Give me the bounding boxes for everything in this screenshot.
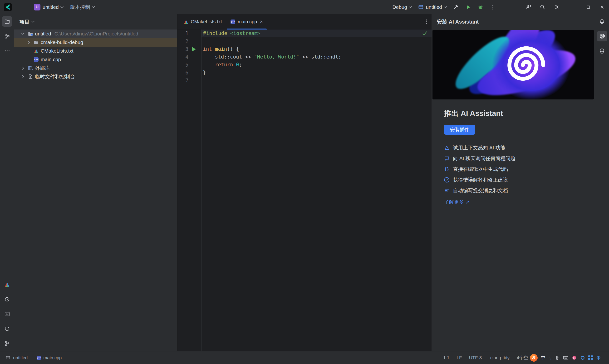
learn-more-link[interactable]: 了解更多↗ [444,199,470,205]
caret-position[interactable]: 1:1 [443,355,449,360]
ime-smart-ring-icon[interactable] [580,355,585,360]
database-tool-icon[interactable] [597,46,607,56]
feature-item: 试用上下文感知 AI 功能 [444,142,595,153]
ai-feature-list: 试用上下文感知 AI 功能 向 AI 聊天询问任何编程问题 {} 直接在编辑器中… [444,142,595,196]
feature-label: 试用上下文感知 AI 功能 [453,144,505,151]
ime-keyboard-icon[interactable] [563,355,569,361]
editor-area: CMakeLists.txt C++ main.cpp × 1 2 3 4 5 … [178,14,431,351]
feature-item: {} 直接在编辑器中生成代码 [444,164,595,174]
code-line[interactable]: } [202,69,431,77]
run-icon[interactable] [463,2,473,12]
inspection-profile[interactable]: .clang-tidy [489,355,510,360]
tree-row-project-root[interactable]: untitled C:\Users\dingw\CLionProjects\un… [14,29,177,38]
debug-bug-icon[interactable] [475,2,486,12]
debug-selector[interactable]: Debug [390,2,414,12]
project-panel: 项目 untitled C:\Users\dingw\CLionProjects… [14,14,178,351]
services-tool-icon[interactable] [2,294,12,305]
chevron-down-icon [31,20,35,23]
code-line[interactable]: return 0; [202,61,431,69]
cpp-file-icon: C++ [37,356,41,360]
ime-grid-icon[interactable] [588,355,593,360]
ime-settings-icon[interactable] [596,355,601,360]
tree-row-label: 外部库 [35,65,50,71]
file-encoding[interactable]: UTF-8 [469,355,482,360]
tree-row-cmakelists[interactable]: CMakeLists.txt [14,47,177,55]
build-icon[interactable] [451,2,461,12]
folder-icon [34,40,39,45]
chevron-down-icon [60,5,64,8]
run-configuration-label: untitled [426,4,442,10]
install-plugin-button[interactable]: 安装插件 [444,125,475,135]
collapsed-chevron-icon[interactable] [21,67,24,70]
sogou-logo-icon[interactable]: S [530,354,538,362]
main-menu-icon[interactable] [15,2,29,12]
more-tool-windows-icon[interactable] [2,46,12,56]
line-number: 5 [178,62,188,68]
sogou-ime-toolbar: S 中 ·, [528,351,609,364]
tree-row-label: untitled [35,31,51,37]
project-tree: untitled C:\Users\dingw\CLionProjects\un… [14,29,177,351]
library-icon [28,65,33,71]
more-actions-icon[interactable] [488,2,498,12]
code-with-me-icon[interactable] [523,2,533,12]
code-line[interactable] [202,77,431,84]
run-main-gutter-icon[interactable] [192,47,196,52]
code-editor[interactable]: 1 2 3 4 5 6 7 #include <iostream> int ma… [178,29,431,351]
maximize-button[interactable] [581,0,595,14]
ime-emoji-icon[interactable] [572,355,577,360]
cmake-tool-icon[interactable] [2,279,12,290]
version-control-tool-icon[interactable] [2,338,12,349]
collapsed-chevron-icon[interactable] [27,41,30,44]
tab-main-cpp[interactable]: C++ main.cpp × [226,14,267,29]
line-number: 1 [178,31,188,36]
status-project-name[interactable]: untitled [13,355,28,360]
tree-row-label: main.cpp [41,57,61,62]
tab-cmakelists[interactable]: CMakeLists.txt [179,14,226,29]
ai-assistant-tool-icon[interactable] [597,31,607,41]
structure-tool-icon[interactable] [2,31,12,41]
line-separator[interactable]: LF [456,355,462,360]
run-configuration-selector[interactable]: untitled [415,2,449,12]
code-line[interactable]: int main() { [202,45,431,53]
project-panel-title: 项目 [20,19,29,25]
tree-row-main-cpp[interactable]: C++ main.cpp [14,55,177,64]
project-window-icon [6,355,10,360]
code-line[interactable] [202,37,431,45]
ai-panel-title: 安装 AI Assistant [437,18,479,26]
notifications-bell-icon[interactable] [597,16,607,27]
debug-selector-label: Debug [392,4,407,10]
search-everywhere-icon[interactable] [537,2,548,12]
vcs-widget[interactable]: 版本控制 [68,2,97,12]
close-button[interactable] [595,0,609,14]
tree-row-cmake-build-debug[interactable]: cmake-build-debug [14,38,177,47]
minimize-button[interactable] [568,0,581,14]
line-number: 4 [178,54,188,60]
tree-row-scratches[interactable]: 临时文件和控制台 [14,72,177,81]
problems-tool-icon[interactable] [2,324,12,334]
inspections-ok-icon[interactable] [422,30,428,38]
project-panel-header[interactable]: 项目 [14,14,177,29]
settings-gear-icon[interactable] [551,2,562,12]
close-tab-icon[interactable]: × [260,19,263,25]
project-widget[interactable]: U untitled [31,2,65,12]
project-widget-label: untitled [43,4,59,10]
scratch-file-icon [28,74,33,79]
ime-punctuation-icon[interactable]: ·, [549,355,551,360]
collapsed-chevron-icon[interactable] [21,75,24,78]
tree-row-external-libraries[interactable]: 外部库 [14,64,177,72]
expanded-chevron-icon[interactable] [21,32,24,35]
status-bar: untitled C++ main.cpp 1:1 LF UTF-8 .clan… [0,351,609,364]
terminal-tool-icon[interactable] [2,309,12,319]
ime-mic-icon[interactable] [555,355,560,360]
code-line[interactable]: std::cout << "Hello, World!" << std::end… [202,53,431,61]
external-link-icon: ↗ [465,199,470,205]
right-tool-strip [595,14,609,351]
clion-logo [3,3,12,12]
ime-language-icon[interactable]: 中 [541,354,545,361]
code-line[interactable]: #include <iostream> [202,29,431,37]
project-badge: U [34,4,40,11]
project-tool-icon[interactable] [2,16,12,27]
tab-options-icon[interactable] [426,20,427,24]
status-file-name[interactable]: main.cpp [43,355,62,360]
indent-setting[interactable]: 4个空格 [517,355,528,361]
